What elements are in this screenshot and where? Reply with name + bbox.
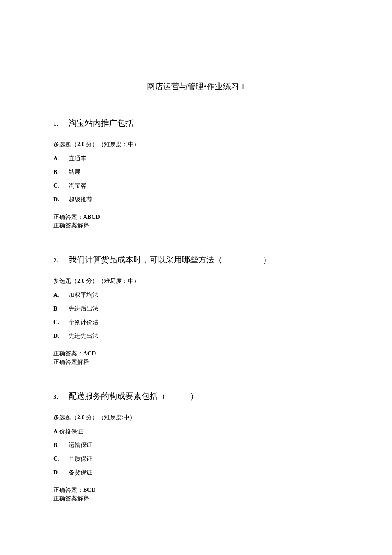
answer-block: 正确答案：ABCD 正确答案解释： bbox=[53, 213, 339, 230]
option-text: 运输保证 bbox=[69, 442, 92, 449]
option-label: D. bbox=[53, 469, 69, 476]
option-text: 备货保证 bbox=[69, 469, 92, 477]
meta-prefix: 多选题（ bbox=[53, 141, 77, 148]
option-row: A. 直通车 bbox=[53, 155, 339, 163]
meta-score: 2.0 bbox=[77, 414, 85, 421]
question-title-row: 2. 我们计算货品成本时，可以采用哪些方法（ ） bbox=[53, 254, 339, 265]
option-text: 直通车 bbox=[69, 155, 86, 163]
meta-suffix: 分）（难易度：中） bbox=[85, 141, 140, 148]
option-text: 超级推荐 bbox=[69, 196, 92, 203]
meta-prefix: 多选题（ bbox=[53, 414, 77, 421]
option-label: B. bbox=[53, 305, 69, 312]
option-row: A. 加权平均法 bbox=[53, 291, 339, 299]
question-meta: 多选题（2.0 分）（难易度:中） bbox=[53, 414, 339, 421]
option-row: D. 备货保证 bbox=[53, 469, 339, 477]
option-label: B. bbox=[53, 442, 69, 449]
meta-suffix: 分）（难易度：中） bbox=[85, 278, 140, 284]
question-number: 2. bbox=[53, 257, 69, 264]
meta-suffix: 分）（难易度:中） bbox=[85, 414, 135, 421]
option-label: C. bbox=[53, 319, 69, 326]
question-meta: 多选题（2.0 分）（难易度：中） bbox=[53, 277, 339, 285]
option-row: C. 品质保证 bbox=[53, 455, 339, 463]
question-meta: 多选题（2.0 分）（难易度：中） bbox=[53, 141, 339, 148]
option-label: A. bbox=[53, 155, 69, 162]
question-title-row: 1. 淘宝站内推广包括 bbox=[53, 118, 339, 129]
question-text: 配送服务的构成要素包括（ ） bbox=[69, 391, 198, 402]
answer-label: 正确答案： bbox=[53, 214, 83, 220]
option-text: 加权平均法 bbox=[69, 291, 98, 299]
question-number: 1. bbox=[53, 120, 69, 128]
option-label: B. bbox=[53, 169, 69, 176]
question-title-row: 3. 配送服务的构成要素包括（ ） bbox=[53, 391, 339, 402]
option-text: 先进后出法 bbox=[69, 305, 98, 313]
option-label: D. bbox=[53, 196, 69, 203]
option-inline-row: A.价格保证 bbox=[53, 428, 339, 436]
question-text: 我们计算货品成本时，可以采用哪些方法（ ） bbox=[69, 254, 271, 265]
explain-label: 正确答案解释： bbox=[53, 494, 339, 503]
question-text: 淘宝站内推广包括 bbox=[69, 118, 133, 129]
option-text: 个别计价法 bbox=[69, 319, 98, 326]
option-text: 淘宝客 bbox=[69, 182, 86, 190]
answer-block: 正确答案：BCD 正确答案解释： bbox=[53, 486, 339, 503]
question-block: 1. 淘宝站内推广包括 多选题（2.0 分）（难易度：中） A. 直通车 B. … bbox=[53, 118, 339, 230]
option-label: C. bbox=[53, 456, 69, 462]
option-row: B. 运输保证 bbox=[53, 442, 339, 449]
answer-label: 正确答案： bbox=[53, 350, 83, 357]
meta-prefix: 多选题（ bbox=[53, 278, 77, 284]
option-label: C. bbox=[53, 183, 69, 189]
answer-label: 正确答案： bbox=[53, 487, 83, 493]
option-row: C. 淘宝客 bbox=[53, 182, 339, 190]
page-title: 网店运营与管理•作业练习 1 bbox=[53, 81, 339, 92]
option-row: D. 超级推荐 bbox=[53, 196, 339, 203]
option-row: C. 个别计价法 bbox=[53, 319, 339, 326]
question-block: 2. 我们计算货品成本时，可以采用哪些方法（ ） 多选题（2.0 分）（难易度：… bbox=[53, 254, 339, 366]
option-row: D. 先进先出法 bbox=[53, 332, 339, 340]
question-number: 3. bbox=[53, 393, 69, 401]
option-text: 价格保证 bbox=[59, 428, 83, 435]
option-text: 钻展 bbox=[69, 169, 81, 176]
option-row: B. 钻展 bbox=[53, 169, 339, 176]
option-label: A. bbox=[53, 428, 59, 435]
answer-block: 正确答案：ACD 正确答案解释： bbox=[53, 349, 339, 366]
option-text: 先进先出法 bbox=[69, 332, 98, 340]
answer-value: ACD bbox=[83, 350, 96, 357]
explain-label: 正确答案解释： bbox=[53, 221, 339, 230]
meta-score: 2.0 bbox=[77, 278, 85, 284]
option-label: A. bbox=[53, 292, 69, 299]
answer-value: BCD bbox=[83, 487, 96, 493]
explain-label: 正确答案解释： bbox=[53, 358, 339, 366]
option-text: 品质保证 bbox=[69, 455, 92, 463]
option-row: B. 先进后出法 bbox=[53, 305, 339, 313]
meta-score: 2.0 bbox=[77, 141, 85, 148]
question-block: 3. 配送服务的构成要素包括（ ） 多选题（2.0 分）（难易度:中） A.价格… bbox=[53, 391, 339, 503]
option-label: D. bbox=[53, 333, 69, 340]
answer-value: ABCD bbox=[83, 214, 100, 220]
